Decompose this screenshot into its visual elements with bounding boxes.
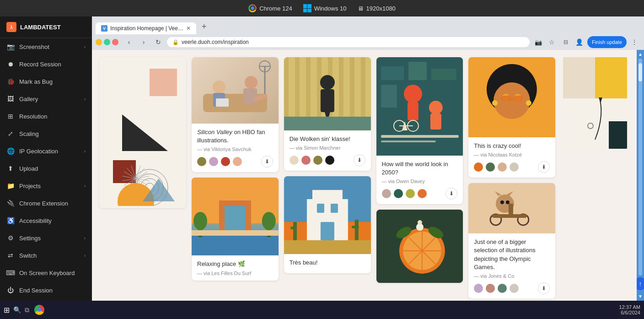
download-button[interactable]: ⬇ xyxy=(261,156,273,168)
right-scrollbar[interactable]: ▲ ↑ ▼ xyxy=(637,50,644,301)
tab-favicon: V xyxy=(101,25,107,32)
svg-marker-1 xyxy=(122,114,168,151)
sidebar-item-screenshot[interactable]: 📷 Screenshot › xyxy=(0,38,92,55)
forward-button[interactable]: › xyxy=(138,36,150,48)
svg-rect-79 xyxy=(381,135,458,138)
more-options-button[interactable]: ⋮ xyxy=(628,36,640,48)
masonry-grid: Silicon Valley on HBO fan illustrations.… xyxy=(92,50,637,301)
sidebar-item-on-screen-keyboard[interactable]: ⌨ On Screen Keyboard xyxy=(0,264,92,281)
card-title: Just one of a bigger selection of illust… xyxy=(474,238,550,271)
address-bar[interactable]: 🔒 veerle.duoh.com/inspiration xyxy=(167,37,530,47)
geometric-illustration xyxy=(104,59,182,206)
download-button[interactable]: ⬇ xyxy=(354,154,365,166)
color-dot xyxy=(301,156,311,165)
sidebar-item-label: Switch xyxy=(19,252,37,259)
sidebar-item-label: Accessibility xyxy=(19,217,52,224)
download-button[interactable]: ⬇ xyxy=(445,188,457,200)
scroll-down-button[interactable]: ▼ xyxy=(638,294,643,299)
card-body: Silicon Valley on HBO fan illustrations.… xyxy=(192,124,279,172)
card-source: — via Viktoriya Savchuk xyxy=(197,146,273,152)
card-colors: ⬇ xyxy=(474,161,550,173)
color-dot xyxy=(406,189,415,198)
taskbar-chrome-app[interactable] xyxy=(33,303,46,316)
power-icon: ⏻ xyxy=(6,286,15,294)
card-colors: ⬇ xyxy=(290,154,365,166)
svg-point-75 xyxy=(403,85,422,103)
tres-beau-illustration xyxy=(284,176,371,254)
clock-time: 12:37 AM xyxy=(619,304,640,310)
browser-tab[interactable]: V Inspiration Homepage | Veerl... ✕ xyxy=(96,22,196,34)
sidebar-item-end-session[interactable]: ⏻ End Session xyxy=(0,281,92,299)
sidebar-item-gallery[interactable]: 🖼 Gallery › xyxy=(0,90,92,108)
split-view-button[interactable]: ⊟ xyxy=(560,36,572,48)
minimize-button[interactable] xyxy=(96,39,102,45)
svg-point-99 xyxy=(494,82,530,119)
sidebar-item-accessibility[interactable]: ♿ Accessibility xyxy=(0,212,92,229)
card-clouds: Die Wolken sin' klasse! — via Simon Marc… xyxy=(284,57,371,171)
card-source: — via Owen Davey xyxy=(382,178,458,184)
svg-rect-64 xyxy=(321,222,334,240)
svg-rect-65 xyxy=(293,222,297,240)
card-olympic: Just one of a bigger selection of illust… xyxy=(468,183,555,299)
svg-point-54 xyxy=(320,75,335,90)
svg-rect-112 xyxy=(509,204,513,216)
sidebar-item-upload[interactable]: ⬆ Upload xyxy=(0,160,92,177)
svg-point-102 xyxy=(492,100,498,106)
bookmark-button[interactable]: ☆ xyxy=(546,36,558,48)
sidebar-item-mark-as-bug[interactable]: 🐞 Mark as Bug xyxy=(0,73,92,90)
taskbar-clock: 12:37 AM 6/6/2024 xyxy=(619,304,640,315)
new-tab-button[interactable]: + xyxy=(197,19,211,34)
search-button[interactable]: 🔍 xyxy=(13,306,21,314)
start-button[interactable]: ⊞ xyxy=(4,306,10,314)
sidebar-item-projects[interactable]: 📁 Projects › xyxy=(0,177,92,195)
maximize-button[interactable] xyxy=(104,39,110,45)
card-silicon-valley: Silicon Valley on HBO fan illustrations.… xyxy=(192,57,279,172)
sidebar-item-ip-geolocation[interactable]: 🌐 IP Geolocation › xyxy=(0,142,92,160)
card-tres-beau: Très beau! xyxy=(284,176,371,273)
close-button[interactable] xyxy=(112,39,118,45)
color-dot xyxy=(313,156,322,165)
tab-close-button[interactable]: ✕ xyxy=(186,25,191,32)
card-body: This is crazy cool! — via Nicolaas Kotzé… xyxy=(468,137,555,178)
color-dot xyxy=(486,162,495,172)
refresh-button[interactable]: ↻ xyxy=(152,36,164,48)
sidebar-item-scaling[interactable]: ⤢ Scaling xyxy=(0,125,92,142)
card-source: — via Nicolaas Kotzé xyxy=(474,152,550,157)
svg-point-113 xyxy=(500,200,504,204)
task-view-button[interactable]: ⧉ xyxy=(25,306,29,314)
browser-info: Chrome 124 xyxy=(248,4,292,12)
sidebar-item-label: Screenshot xyxy=(19,43,49,50)
masonry-col-4: How will the world look in 2050? — via O… xyxy=(376,57,463,293)
screenshot-br-button[interactable]: 📷 xyxy=(532,36,544,48)
sidebar-item-label: Resolution xyxy=(19,113,47,120)
profile-button[interactable]: 👤 xyxy=(574,36,585,48)
svg-marker-0 xyxy=(150,69,177,96)
silicon-valley-illustration xyxy=(194,57,276,124)
color-dot xyxy=(382,189,391,198)
svg-rect-23 xyxy=(243,88,257,104)
download-button[interactable]: ⬇ xyxy=(538,161,550,173)
sidebar-item-resolution[interactable]: ⊞ Resolution xyxy=(0,108,92,125)
svg-point-35 xyxy=(262,212,276,230)
sidebar-item-switch[interactable]: ⇄ Switch › xyxy=(0,247,92,264)
color-dot xyxy=(233,157,242,166)
clouds-illustration xyxy=(284,57,371,130)
scroll-up-button[interactable]: ▲ xyxy=(638,52,643,57)
back-button[interactable]: ‹ xyxy=(123,36,135,48)
relaxing-place-illustration xyxy=(192,178,279,255)
sidebar-item-chrome-extension[interactable]: 🔌 Chrome Extension xyxy=(0,195,92,212)
sidebar-item-record-session[interactable]: ⏺ Record Session xyxy=(0,55,92,73)
finish-update-button[interactable]: Finish update xyxy=(587,36,627,48)
svg-marker-119 xyxy=(599,97,602,103)
browser-content-wrapper: Silicon Valley on HBO fan illustrations.… xyxy=(92,50,644,301)
sidebar-item-settings[interactable]: ⚙ Settings › xyxy=(0,229,92,247)
svg-rect-104 xyxy=(501,96,511,101)
parisianer-illustration xyxy=(376,57,463,156)
negroni-illustration xyxy=(376,210,463,283)
svg-point-103 xyxy=(526,100,531,106)
scroll-thumb xyxy=(639,63,642,81)
sidebar-item-label: Mark as Bug xyxy=(19,78,53,85)
download-button[interactable]: ⬇ xyxy=(538,282,550,294)
taskbar: ⊞ 🔍 ⧉ 12:37 AM 6/6/2024 xyxy=(0,301,644,319)
svg-rect-71 xyxy=(381,66,403,80)
